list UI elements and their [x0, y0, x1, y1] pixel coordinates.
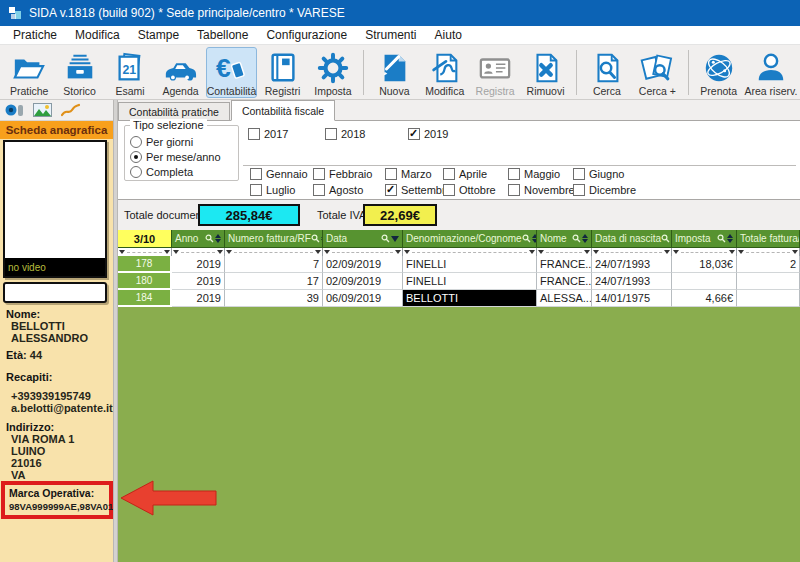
- radio-per-giorni[interactable]: Per giorni: [130, 135, 193, 149]
- radio-icon[interactable]: [130, 136, 142, 148]
- table-row[interactable]: 184 2019 39 06/09/2019 BELLOTTI ALESSA..…: [118, 290, 800, 307]
- globe-icon: [702, 51, 736, 85]
- checkbox-aprile[interactable]: Aprile: [443, 167, 487, 181]
- image-icon[interactable]: [33, 102, 52, 118]
- column-header-denominazione[interactable]: Denominazione/Cognome: [403, 230, 537, 248]
- radio-completa[interactable]: Completa: [130, 165, 193, 179]
- toolbar-cerca[interactable]: Cerca: [582, 47, 632, 98]
- checkbox-dicembre[interactable]: Dicembre: [573, 183, 636, 197]
- table-row[interactable]: 180 2019 17 02/09/2019 FINELLI FRANCE...…: [118, 273, 800, 290]
- checkbox-giugno[interactable]: Giugno: [573, 167, 624, 181]
- checkbox-novembre[interactable]: Novembre: [508, 183, 575, 197]
- search-icon[interactable]: [381, 234, 390, 243]
- filter-cell[interactable]: [323, 248, 403, 256]
- checkbox-luglio[interactable]: Luglio: [250, 183, 295, 197]
- checkbox-gennaio[interactable]: Gennaio: [250, 167, 308, 181]
- filter-cell[interactable]: [403, 248, 537, 256]
- toolbar-imposta[interactable]: Imposta: [308, 47, 358, 98]
- radio-icon[interactable]: [130, 166, 142, 178]
- checkbox-icon[interactable]: [248, 128, 260, 140]
- menu-strumenti[interactable]: Strumenti: [356, 26, 425, 44]
- toolbar-rimuovi[interactable]: Rimuovi: [520, 47, 570, 98]
- tab-contabilita-pratiche[interactable]: Contabilità pratiche: [118, 102, 230, 120]
- filter-cell[interactable]: [118, 248, 172, 256]
- column-header-numero-fattura[interactable]: Numero fattura/RF: [225, 230, 323, 248]
- checkbox-settembre[interactable]: Settembre: [385, 183, 452, 197]
- euro-icon: €: [215, 51, 249, 85]
- column-header-anno[interactable]: Anno: [172, 230, 225, 248]
- filter-cell[interactable]: [537, 248, 592, 256]
- menu-modifica[interactable]: Modifica: [66, 26, 129, 44]
- toolbar-contabilita[interactable]: € Contabilità: [206, 47, 258, 98]
- checkbox-2019[interactable]: 2019: [408, 127, 448, 141]
- checkbox-icon[interactable]: [508, 168, 520, 180]
- filter-cell[interactable]: [225, 248, 323, 256]
- search-icon[interactable]: [717, 234, 726, 243]
- selected-cell[interactable]: BELLOTTI: [403, 290, 537, 307]
- toolbar-storico[interactable]: Storico: [54, 47, 104, 98]
- search-icon[interactable]: [205, 234, 214, 243]
- checkbox-marzo[interactable]: Marzo: [385, 167, 432, 181]
- checkbox-2018[interactable]: 2018: [325, 127, 365, 141]
- column-header-nome[interactable]: Nome: [537, 230, 592, 248]
- menu-configurazione[interactable]: Configurazione: [257, 26, 356, 44]
- column-header-data[interactable]: Data: [323, 230, 403, 248]
- checkbox-icon[interactable]: [385, 184, 397, 196]
- toolbar-area-riservata[interactable]: Area riserv.: [744, 47, 798, 98]
- checkbox-icon[interactable]: [250, 184, 262, 196]
- radio-per-mese-anno[interactable]: Per mese/anno: [130, 150, 221, 164]
- filter-cell[interactable]: [172, 248, 225, 256]
- menu-aiuto[interactable]: Aiuto: [426, 26, 471, 44]
- sort-icon[interactable]: [582, 234, 588, 243]
- checkbox-icon[interactable]: [313, 184, 325, 196]
- sort-icon[interactable]: [727, 234, 733, 243]
- row-id[interactable]: 180: [118, 273, 172, 290]
- toolbar-esami[interactable]: 21 Esami: [105, 47, 155, 98]
- search-icon[interactable]: [661, 234, 670, 243]
- checkbox-icon[interactable]: [508, 184, 520, 196]
- toolbar-nuova[interactable]: Nuova: [369, 47, 419, 98]
- column-header-data-nascita[interactable]: Data di nascita: [592, 230, 672, 248]
- car-icon: [162, 51, 198, 85]
- checkbox-icon[interactable]: [313, 168, 325, 180]
- checkbox-icon[interactable]: [573, 168, 585, 180]
- filter-icon[interactable]: [391, 236, 399, 242]
- search-icon[interactable]: [311, 234, 320, 243]
- checkbox-icon[interactable]: [408, 128, 420, 140]
- checkbox-icon[interactable]: [325, 128, 337, 140]
- filter-cell[interactable]: [672, 248, 737, 256]
- search-icon[interactable]: [572, 234, 581, 243]
- search-icon[interactable]: [522, 234, 531, 243]
- toolbar-cerca-plus[interactable]: Cerca +: [632, 47, 682, 98]
- toolbar-registri[interactable]: Registri: [257, 47, 307, 98]
- column-header-totale-fattura[interactable]: Totale fattura/R: [737, 230, 800, 248]
- checkbox-icon[interactable]: [443, 168, 455, 180]
- table-row[interactable]: 178 2019 7 02/09/2019 FINELLI FRANCE... …: [118, 256, 800, 273]
- signature-icon[interactable]: [61, 102, 80, 118]
- tab-contabilita-fiscale[interactable]: Contabilità fiscale: [231, 100, 335, 121]
- radio-icon[interactable]: [130, 151, 142, 163]
- checkbox-maggio[interactable]: Maggio: [508, 167, 560, 181]
- checkbox-agosto[interactable]: Agosto: [313, 183, 363, 197]
- sort-icon[interactable]: [215, 234, 221, 243]
- checkbox-ottobre[interactable]: Ottobre: [443, 183, 496, 197]
- filter-cell[interactable]: [592, 248, 672, 256]
- checkbox-icon[interactable]: [443, 184, 455, 196]
- checkbox-febbraio[interactable]: Febbraio: [313, 167, 372, 181]
- row-id[interactable]: 178: [118, 256, 172, 273]
- row-id[interactable]: 184: [118, 290, 172, 307]
- checkbox-icon[interactable]: [385, 168, 397, 180]
- toolbar-modifica[interactable]: Modifica: [420, 47, 470, 98]
- menu-pratiche[interactable]: Pratiche: [4, 26, 66, 44]
- filter-cell[interactable]: [737, 248, 800, 256]
- column-header-imposta[interactable]: Imposta: [672, 230, 737, 248]
- toolbar-pratiche[interactable]: Pratiche: [4, 47, 54, 98]
- checkbox-2017[interactable]: 2017: [248, 127, 288, 141]
- checkbox-icon[interactable]: [250, 168, 262, 180]
- webcam-icon[interactable]: [5, 102, 24, 119]
- menu-stampe[interactable]: Stampe: [129, 26, 188, 44]
- toolbar-agenda[interactable]: Agenda: [155, 47, 205, 98]
- checkbox-icon[interactable]: [573, 184, 585, 196]
- menu-tabellone[interactable]: Tabellone: [188, 26, 257, 44]
- toolbar-prenota[interactable]: Prenota: [694, 47, 744, 98]
